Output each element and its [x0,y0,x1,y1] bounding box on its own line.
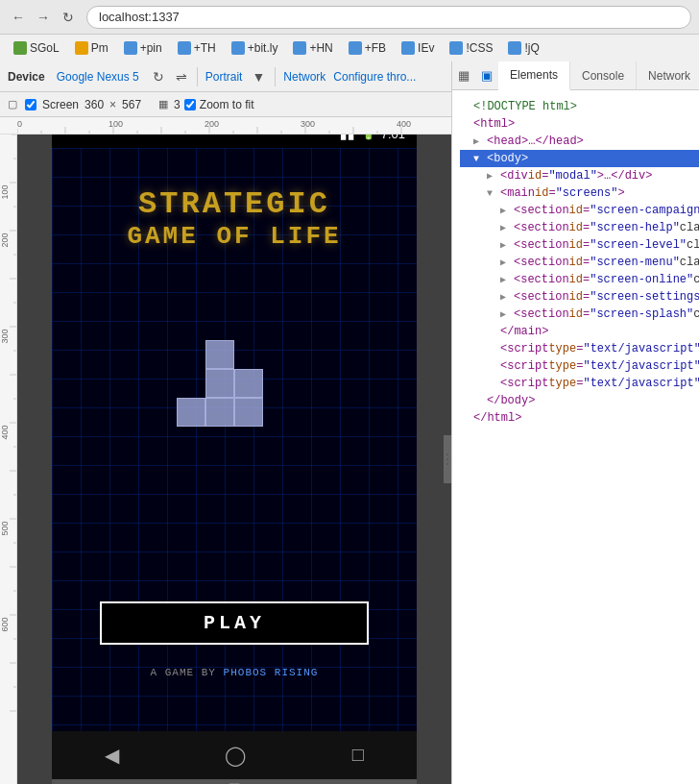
bookmark-label-pm: Pm [91,41,108,55]
credits-link[interactable]: PHOBOS RISING [224,667,319,678]
svg-text:100: 100 [0,184,10,199]
tab-elements[interactable]: Elements [498,61,570,90]
rotate-button2[interactable]: ⇌ [174,67,189,86]
separator2 [275,67,276,86]
bookmark-iev[interactable]: IEv [396,39,440,57]
address-bar[interactable]: localhost:1337 [86,6,691,29]
configure-button[interactable]: Configure thro... [333,70,416,84]
home-nav-icon[interactable]: ◯ [225,744,246,767]
tree-section-help: <section id="screen-help" class=... [460,219,699,236]
battery-icon: 🔋 [362,135,375,140]
devtools-toolbar: Device Google Nexus 5 ↻ ⇌ Portrait ▼ Net… [0,61,451,92]
tree-arrow-help[interactable] [500,222,514,233]
vertical-ruler: 100 200 300 400 500 600 [0,135,17,784]
tree-section-settings: <section id="screen-settings" cl... [460,288,699,306]
bookmark-icon-th [178,41,191,55]
bookmark-icon-css [449,41,463,55]
section-online-tag: <section [514,273,569,286]
bookmark-bitly[interactable]: +bit.ly [226,39,284,57]
tree-script1: <script type="text/javascript" asy... [460,340,699,357]
block-filled [205,398,234,427]
device-panel: Device Google Nexus 5 ↻ ⇌ Portrait ▼ Net… [0,61,451,784]
rotate-button[interactable]: ↻ [151,67,166,86]
device-selector[interactable]: Google Nexus 5 [53,68,143,86]
time-display: 7:01 [381,135,405,141]
tree-arrow-head[interactable] [473,135,487,147]
svg-rect-0 [17,117,451,135]
back-button[interactable]: ← [8,7,29,28]
tree-arrow-level[interactable] [500,239,514,251]
svg-text:400: 400 [397,119,411,129]
zoom-checkbox[interactable] [184,99,196,110]
block-empty [177,369,205,398]
resize-handle[interactable] [444,435,451,483]
svg-rect-23 [0,135,17,784]
block-row-1 [177,340,292,369]
doctype-text: <!DOCTYPE html> [473,100,577,113]
browser-chrome: ← → ↻ localhost:1337 SGoL Pm +pin +TH +b… [0,0,699,61]
recents-nav-icon[interactable]: □ [352,744,364,766]
tree-body[interactable]: ▼ <body> [460,150,699,167]
bookmark-jq[interactable]: !jQ [502,39,544,57]
block-empty [263,398,292,427]
bookmark-icon-jq [508,41,521,55]
svg-text:300: 300 [301,119,315,129]
tree-section-campaign: <section id="screen-campaign" cl... [460,202,699,219]
back-nav-icon[interactable]: ◀ [105,744,119,767]
screen-icon: ▢ [8,98,17,110]
bookmark-icon-hn [293,41,306,55]
title-line1: STRATEGIC [127,186,341,222]
tree-body-close: </body> [460,392,699,409]
html-tag: <html> [473,117,515,131]
block-filled [205,340,234,369]
tab-console[interactable]: Console [570,61,637,89]
tree-modal: <div id="modal">…</div> [460,167,699,184]
bookmark-hn[interactable]: +HN [287,39,338,57]
status-bar: ▋▋ 🔋 7:01 [52,135,417,148]
ruler-svg: 0 100 200 300 400 [17,117,451,135]
section-level-tag: <section [514,238,569,252]
bookmark-th[interactable]: +TH [172,39,222,57]
tree-script3: <script type="text/javascript" src=... [460,375,699,392]
devtools-icon[interactable]: ▦ [452,61,475,89]
screen-checkbox[interactable] [25,99,36,110]
block-filled [205,369,234,398]
tree-arrow-campaign[interactable] [500,205,514,216]
title-line2: GAME OF LIFE [127,222,341,251]
credits-prefix: A GAME BY [151,667,216,678]
body-arrow: ▼ [473,154,487,164]
screen-label: Screen [42,98,79,111]
portrait-selector[interactable]: Portrait [205,70,243,84]
bookmark-pin[interactable]: +pin [118,39,168,57]
horizontal-ruler: 0 100 200 300 400 [0,117,451,135]
bookmark-sgoL[interactable]: SGoL [8,39,65,57]
devtools-tabs: ▦ ▣ Elements Console Network [452,61,699,90]
game-screen: STRATEGIC GAME OF LIFE [52,148,417,731]
hamburger-icon[interactable]: ☰ [229,781,241,785]
tab-network[interactable]: Network [637,61,699,89]
bookmark-css[interactable]: !CSS [444,39,498,57]
bookmark-icon-fb [349,41,362,55]
bookmark-pm[interactable]: Pm [69,39,114,57]
bookmark-fb[interactable]: +FB [343,39,392,57]
html-tree: <!DOCTYPE html> <html> <head>…</head> ▼ … [452,94,699,430]
block-empty [263,369,292,398]
tree-arrow-modal[interactable] [487,170,500,182]
device-toggle-icon[interactable]: ▣ [475,61,498,89]
tree-arrow-menu[interactable] [500,257,514,268]
tree-main: <main id="screens"> [460,184,699,202]
orientation-arrow[interactable]: ▼ [250,67,267,86]
tree-arrow-main[interactable] [487,188,500,199]
game-title: STRATEGIC GAME OF LIFE [127,186,341,251]
block-filled [234,398,263,427]
height-value: 567 [122,98,141,111]
play-button[interactable]: PLAY [100,601,369,645]
network-button[interactable]: Network [283,70,325,84]
tree-arrow-splash[interactable] [500,308,514,320]
forward-button[interactable]: → [33,7,54,28]
refresh-button[interactable]: ↻ [58,7,79,28]
svg-text:300: 300 [0,329,10,343]
tree-arrow-online[interactable] [500,274,514,285]
tree-arrow-settings[interactable] [500,291,514,303]
tree-section-online: <section id="screen-online" clas... [460,271,699,288]
